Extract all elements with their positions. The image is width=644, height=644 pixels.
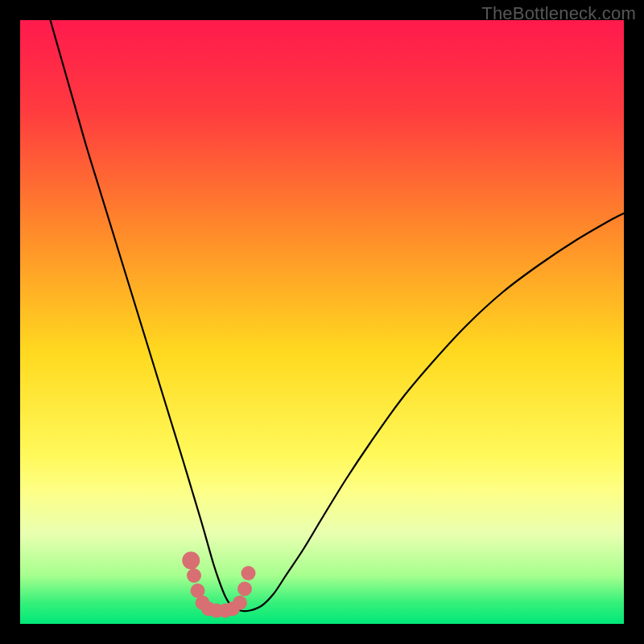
plot-area [20, 20, 624, 624]
marker-dot [233, 596, 247, 610]
marker-dot [237, 582, 252, 597]
watermark-text: TheBottleneck.com [481, 3, 636, 24]
chart-canvas [20, 20, 624, 624]
marker-dot [187, 568, 201, 583]
marker-dot [242, 566, 256, 580]
marker-dot [182, 551, 200, 569]
chart-frame: TheBottleneck.com [0, 0, 644, 644]
gradient-background [20, 20, 624, 624]
